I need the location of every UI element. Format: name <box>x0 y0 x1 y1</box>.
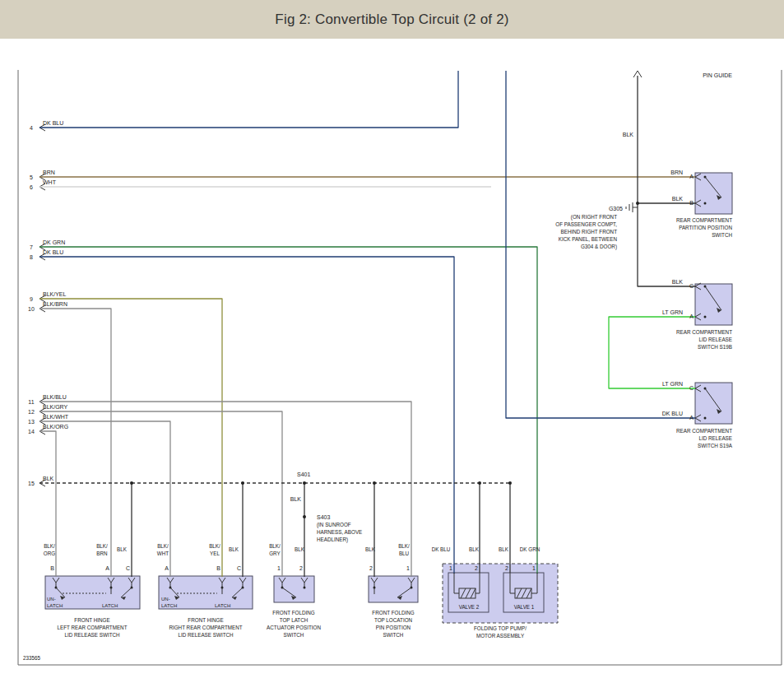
splices: S401 BLK S403 (IN SUNROOF HARNESS, ABOVE… <box>290 472 363 543</box>
pin-number: 8 <box>30 254 33 260</box>
wire-label: BLK <box>365 546 376 552</box>
switch-contact-dot <box>704 202 707 205</box>
splice-s403-dot <box>303 515 306 518</box>
wire-label: BLK <box>290 496 302 502</box>
component-name-line: FRONT HINGE <box>188 617 223 623</box>
top-right-area: PIN GUIDE BLK G305 (ON RIGHT FRONT OF PA… <box>555 72 732 250</box>
pin-number: 14 <box>28 429 35 434</box>
pin-number: 15 <box>28 481 35 486</box>
wire-label-line: ORG <box>44 551 55 556</box>
ground-location-line: BEHIND RIGHT FRONT <box>561 229 618 235</box>
pin-number: 4 <box>30 125 33 131</box>
junction-dot <box>241 481 244 485</box>
wire-label-line: BLU <box>399 551 410 556</box>
wire-dk-blu-4 <box>39 71 458 128</box>
wire-label: BLK/YEL <box>43 291 67 297</box>
wire-label: BRN <box>670 170 683 175</box>
wire-label-line: BLK/ <box>209 543 220 549</box>
pin-number: 6 <box>30 184 33 190</box>
wire-label: LT GRN <box>662 381 683 387</box>
wire-label: BLK <box>672 279 684 285</box>
ground-junction-dot <box>636 202 639 205</box>
junction-dot <box>478 481 481 485</box>
switch-position-label: LATCH <box>161 603 177 608</box>
ground-icon <box>626 202 638 212</box>
pin-guide-label: PIN GUIDE <box>703 72 732 78</box>
switch-contact-dot <box>704 316 707 318</box>
wire-label: BLK/BLU <box>43 394 67 400</box>
wire-label: DK BLU <box>662 411 683 416</box>
splice-location-line: HEADLINER) <box>317 537 348 543</box>
pin-number: 9 <box>30 296 33 302</box>
wire-label: LT GRN <box>662 309 683 315</box>
component-name-line: LID RELEASE <box>698 337 732 342</box>
splice-s401-dot <box>303 481 306 485</box>
splice-location-line: HARNESS, ABOVE <box>317 529 362 535</box>
pin-number: 1 <box>277 565 281 571</box>
component-name-line: TOP LOCATION <box>374 617 413 623</box>
wire-label: DK BLU <box>43 120 63 126</box>
switch-contact-dot <box>304 587 306 589</box>
wire-label-line: BLK/ <box>96 543 108 549</box>
component-name-line: SWITCH S19A <box>698 443 733 448</box>
switch-position-label: LATCH <box>47 603 63 608</box>
wire-lt-grn <box>609 317 695 388</box>
component-name-line: LEFT REAR COMPARTMENT <box>57 625 127 630</box>
wire-label: BLK <box>499 546 509 552</box>
switch-position-label: LATCH <box>102 603 118 608</box>
wire-blk-top-right <box>638 76 695 286</box>
wire-label: BLK <box>295 546 305 552</box>
wire-dk-grn-7 <box>39 247 537 574</box>
switch-position-label: LATCH <box>215 603 230 608</box>
pin-number: 11 <box>28 399 34 405</box>
valve2-label: VALVE 2 <box>459 604 480 610</box>
ground-location-line: G304 & DOOR) <box>581 244 617 250</box>
wire-label: BLK <box>43 476 54 481</box>
component-name-line: PIN POSITION <box>376 625 411 630</box>
wire-label-line: BLK/ <box>269 543 281 549</box>
wire-label-line: GRY <box>269 551 281 556</box>
pin-letter: A <box>165 565 169 571</box>
wiring-diagram: 233565 <box>0 0 784 683</box>
wire-label: BLK <box>469 546 480 552</box>
pin-number: 2 <box>475 565 478 571</box>
wire-label: BLK/ORG <box>43 424 68 430</box>
wire-blk-yel-9 <box>39 299 222 577</box>
wire-label-line: BLK/ <box>398 543 410 549</box>
wire-label: BLK <box>229 546 239 552</box>
diagram-code: 233565 <box>23 655 41 661</box>
pin-number: 7 <box>30 244 33 250</box>
pin-number: 2 <box>505 565 508 571</box>
pin-number: 10 <box>28 306 35 312</box>
page: Fig 2: Convertible Top Circuit (2 of 2) … <box>0 0 784 683</box>
switch-position-label: UN- <box>47 597 56 602</box>
partition-switch-box <box>695 173 732 214</box>
ground-name: G305 <box>609 206 623 211</box>
pin-letter: C <box>689 385 694 391</box>
component-name-line: RIGHT REAR COMPARTMENT <box>169 625 242 630</box>
pin-number: 1 <box>449 565 452 571</box>
ground-location-line: KICK PANEL, BETWEEN <box>559 236 618 242</box>
component-name-line: SWITCH <box>712 232 732 238</box>
pin-number: 1 <box>532 565 536 571</box>
switch-contact-dot <box>704 417 707 420</box>
wire-dk-blu-8 <box>39 257 454 574</box>
pin-number: 5 <box>30 174 33 180</box>
component-name-line: FOLDING TOP PUMP/ <box>474 625 527 631</box>
pin-letter: A <box>689 314 694 319</box>
wire-blk-blu-11 <box>39 402 411 577</box>
pin-number: 13 <box>28 419 35 425</box>
wire-label: BLK/GRY <box>43 404 68 410</box>
junction-dots <box>130 202 639 518</box>
pin-letter: C <box>689 283 694 289</box>
wire-label: BLK <box>117 546 128 552</box>
wire-label: DK BLU <box>432 546 451 552</box>
component-name-line: PARTITION POSITION <box>679 225 732 230</box>
component-name-line: SWITCH <box>383 632 404 638</box>
pin-number: 2 <box>369 565 373 571</box>
junction-dot <box>508 481 512 485</box>
component-name-line: LID RELEASE <box>698 435 732 441</box>
wire-label-line: BLK/ <box>157 543 169 549</box>
pin-letter: A <box>689 174 694 179</box>
wire-label-line: BLK/ <box>44 543 55 549</box>
